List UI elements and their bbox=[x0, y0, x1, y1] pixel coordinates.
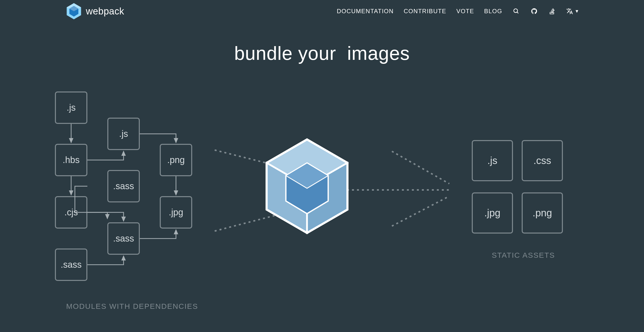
nav-documentation[interactable]: DOCUMENTATION bbox=[337, 8, 394, 15]
module-cjs: .cjs bbox=[55, 196, 87, 229]
module-sass-1: .sass bbox=[107, 170, 140, 202]
github-icon[interactable] bbox=[530, 7, 538, 15]
svg-line-8 bbox=[392, 151, 449, 184]
output-css: .css bbox=[522, 140, 563, 181]
output-jpg: .jpg bbox=[472, 192, 513, 234]
language-selector[interactable]: ▼ bbox=[566, 8, 579, 15]
modules-label: MODULES WITH DEPENDENCIES bbox=[66, 302, 198, 311]
hero-heading: bundle your images bbox=[0, 42, 644, 64]
module-hbs: .hbs bbox=[55, 144, 87, 176]
hero-suffix: images bbox=[347, 43, 410, 64]
nav-vote[interactable]: VOTE bbox=[456, 8, 474, 15]
module-png: .png bbox=[160, 144, 192, 176]
output-js: .js bbox=[472, 140, 513, 181]
svg-point-3 bbox=[514, 9, 518, 12]
nav-contribute[interactable]: CONTRIBUTE bbox=[404, 8, 446, 15]
module-js-1: .js bbox=[55, 91, 87, 124]
svg-line-4 bbox=[517, 12, 518, 13]
site-header: webpack DOCUMENTATION CONTRIBUTE VOTE BL… bbox=[0, 0, 644, 22]
output-png: .png bbox=[522, 192, 563, 234]
main-nav: DOCUMENTATION CONTRIBUTE VOTE BLOG ▼ bbox=[337, 7, 579, 15]
hero-prefix: bundle your bbox=[234, 43, 336, 64]
module-sass-2: .sass bbox=[107, 222, 140, 255]
webpack-cube-icon bbox=[264, 138, 350, 236]
module-js-2: .js bbox=[107, 118, 140, 150]
assets-label: STATIC ASSETS bbox=[492, 251, 555, 259]
webpack-logo-icon bbox=[65, 2, 83, 20]
nav-blog[interactable]: BLOG bbox=[484, 8, 502, 15]
module-jpg: .jpg bbox=[160, 196, 192, 229]
logo-text: webpack bbox=[86, 6, 124, 17]
logo-link[interactable]: webpack bbox=[65, 2, 124, 20]
stackoverflow-icon[interactable] bbox=[548, 7, 556, 15]
search-icon[interactable] bbox=[512, 7, 520, 15]
bundle-diagram: .js .js .hbs .png .sass .cjs .jpg .sass … bbox=[0, 91, 644, 332]
svg-line-9 bbox=[392, 196, 449, 226]
module-sass-3: .sass bbox=[55, 249, 87, 281]
